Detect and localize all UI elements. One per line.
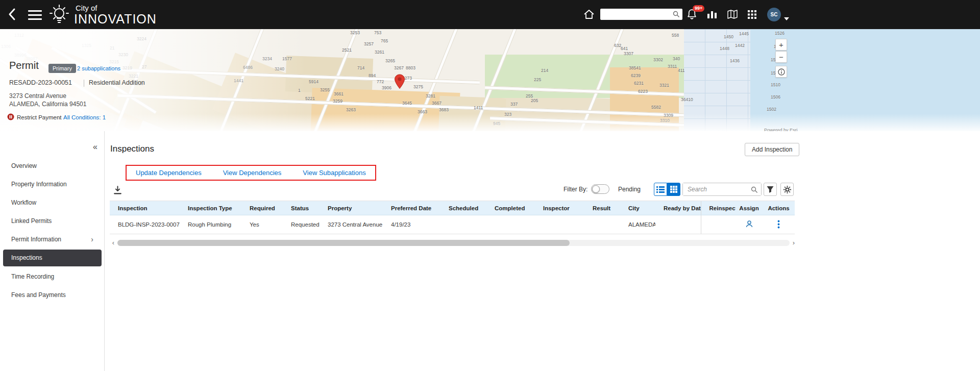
map-canvas[interactable]: 1312130638996389871325213224323032152732… (0, 29, 980, 131)
filter-funnel-button[interactable] (764, 183, 777, 196)
grid-view-button[interactable] (667, 183, 680, 196)
collapse-sidebar-icon[interactable]: « (93, 142, 97, 152)
map-parcel-label: 714 (357, 65, 364, 70)
column-header-inspection-type[interactable]: Inspection Type (180, 201, 241, 215)
column-header-property[interactable]: Property (320, 201, 383, 215)
map-parcel-label: 3275 (413, 84, 423, 89)
logo-text-city-of: City of (76, 4, 97, 12)
map-parcel-label: 3281 (426, 93, 435, 98)
home-icon[interactable] (583, 9, 595, 21)
map-parcel-label: 1526 (775, 31, 785, 36)
content-region: « OverviewProperty InformationWorkflowLi… (0, 131, 980, 371)
sidebar-item-linked-permits[interactable]: Linked Permits (0, 212, 105, 230)
location-pin-icon[interactable] (394, 74, 405, 91)
sidebar-item-overview[interactable]: Overview (0, 157, 105, 175)
avatar-dropdown-caret-icon[interactable] (784, 13, 789, 22)
map-parcel-label: 3302 (653, 57, 663, 62)
column-header-city[interactable]: City (620, 201, 655, 215)
scrollbar-track[interactable] (117, 240, 790, 246)
lightbulb-logo-icon (47, 3, 71, 29)
cell-reinspect (701, 215, 736, 234)
map-parcel-label: 225 (534, 77, 541, 82)
pending-label: Pending (618, 186, 641, 193)
sidebar-item-time-recording[interactable]: Time Recording (0, 267, 105, 286)
ellipsis-vertical-icon (777, 220, 780, 229)
scroll-left-arrow[interactable]: ‹ (110, 239, 117, 246)
settings-gear-button[interactable] (780, 183, 794, 196)
column-header-assign[interactable]: Assign (736, 201, 763, 215)
zoom-in-button[interactable]: + (775, 39, 787, 51)
column-header-ready-by-date[interactable]: Ready by Date (655, 201, 701, 215)
map-parcel-label: 3661 (334, 91, 344, 96)
global-header: City of INNOVATION 99+ SC (0, 0, 980, 29)
sidebar-item-label: Fees and Payments (11, 291, 66, 299)
hamburger-menu-icon[interactable] (28, 10, 42, 20)
column-header-result[interactable]: Result (584, 201, 620, 215)
map-parcel-label: 3307 (624, 51, 633, 56)
sidebar-item-label: Workflow (11, 199, 36, 206)
search-icon (673, 11, 680, 18)
download-icon[interactable] (111, 183, 124, 196)
restrict-payment-icon (7, 113, 14, 122)
map-parcel-label: 3667 (432, 101, 442, 106)
map-parcel-label: 3683 (439, 107, 449, 112)
zoom-out-button[interactable]: − (775, 51, 787, 63)
sidebar-item-label: Inspections (11, 254, 42, 261)
add-inspection-button[interactable]: Add Inspection (745, 143, 799, 156)
table-row[interactable]: BLDG-INSP-2023-00078Rough PlumbingYesReq… (110, 215, 795, 234)
table-search-box (682, 183, 762, 196)
divider (84, 80, 84, 87)
back-icon[interactable] (7, 8, 17, 23)
column-header-scheduled[interactable]: Scheduled (440, 201, 486, 215)
scroll-right-arrow[interactable]: › (790, 239, 797, 246)
submenu-arrow-icon: › (91, 230, 93, 249)
table-search-input[interactable] (683, 183, 761, 195)
map-parcel-label: 3253 (350, 30, 360, 35)
sidebar-item-fees-and-payments[interactable]: Fees and Payments (0, 286, 105, 304)
pending-filter-toggle[interactable] (591, 184, 609, 194)
permit-number: RESADD-2023-00051 (9, 79, 72, 86)
sidebar-item-permit-information[interactable]: Permit Information› (0, 230, 105, 249)
user-avatar[interactable]: SC (767, 8, 781, 21)
column-header-completed[interactable]: Completed (486, 201, 535, 215)
subapplications-link[interactable]: 2 subapplications (77, 65, 120, 71)
column-header-inspector[interactable]: Inspector (535, 201, 584, 215)
column-header-required[interactable]: Required (241, 201, 283, 215)
column-header-inspection[interactable]: Inspection (110, 201, 180, 215)
link-view-dependencies[interactable]: View Dependencies (223, 169, 282, 177)
scrollbar-thumb[interactable] (117, 240, 570, 246)
column-header-preferred-date[interactable]: Preferred Date (383, 201, 440, 215)
map-parcel-label: 1411 (474, 105, 483, 110)
cell-completed (486, 215, 535, 234)
link-update-dependencies[interactable]: Update Dependencies (136, 169, 202, 177)
funnel-icon (766, 185, 774, 193)
column-header-status[interactable]: Status (283, 201, 320, 215)
map-parcel-label: 3259 (333, 98, 342, 104)
inspections-table: InspectionInspection TypeRequiredStatusP… (110, 201, 795, 234)
map-parcel-label: 3255 (320, 87, 330, 92)
map-parcel-label: 36410 (681, 97, 693, 102)
link-view-subapplications[interactable]: View Subapplications (303, 169, 365, 177)
column-header-reinspect[interactable]: Reinspect (701, 201, 736, 215)
global-search-input[interactable] (600, 9, 682, 20)
list-view-button[interactable] (654, 183, 667, 196)
column-header-actions[interactable]: Actions (763, 201, 795, 215)
cell-inspection: BLDG-INSP-2023-00078 (110, 215, 180, 234)
sidebar-item-workflow[interactable]: Workflow (0, 193, 105, 212)
map-info-button[interactable] (775, 66, 787, 78)
map-parcel-label: 3257 (364, 41, 374, 46)
apps-grid-icon[interactable] (748, 10, 756, 21)
grid-view-icon (670, 186, 677, 193)
map-parcel-label: 6231 (634, 81, 644, 86)
assign-inspector-button[interactable] (736, 215, 763, 234)
analytics-chart-icon[interactable] (707, 10, 717, 21)
sidebar-item-inspections[interactable]: Inspections (3, 250, 102, 266)
row-actions-button[interactable] (763, 215, 795, 234)
map-parcel-label: 411 (678, 68, 685, 73)
map-explorer-icon[interactable] (727, 10, 738, 21)
map-parcel-label: 337 (510, 102, 518, 107)
cell-ready-by-date (655, 215, 701, 234)
sidebar-item-property-information[interactable]: Property Information (0, 175, 105, 193)
notification-count-badge[interactable]: 99+ (693, 5, 704, 12)
all-conditions-link[interactable]: All Conditions: 1 (63, 114, 106, 120)
